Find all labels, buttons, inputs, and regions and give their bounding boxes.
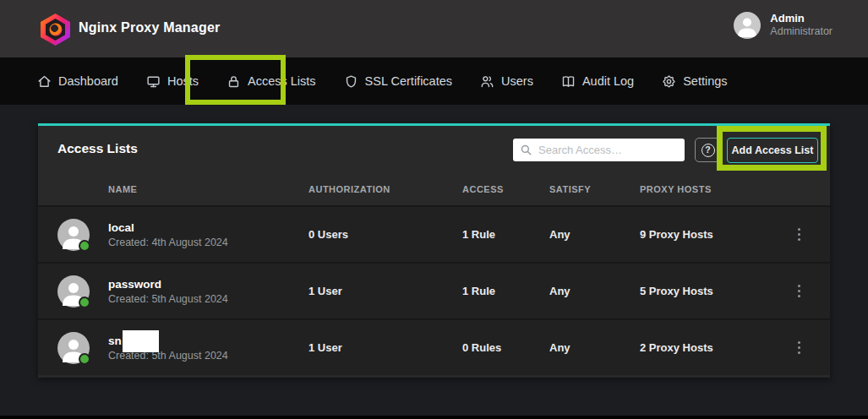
search-box[interactable] [513, 139, 685, 161]
search-icon [520, 144, 532, 156]
top-header-bar: Nginx Proxy Manager Admin Administrator [0, 0, 868, 57]
kebab-icon [798, 233, 800, 236]
row-actions-menu-button[interactable] [798, 340, 830, 356]
page-title: Access Lists [57, 141, 138, 156]
access-list-created-date: Created: 5th August 2024 [108, 293, 228, 305]
panel-header: Access Lists Add Access List [38, 126, 830, 172]
status-online-dot [79, 353, 90, 365]
table-row[interactable]: password Created: 5th August 2024 1 User… [38, 262, 830, 318]
redaction-box [123, 330, 159, 352]
column-header-name: NAME [38, 184, 308, 194]
kebab-icon [798, 346, 800, 349]
book-icon [561, 74, 576, 89]
gear-icon [662, 74, 676, 89]
cell-authorization: 1 User [308, 341, 462, 354]
cell-proxy-hosts: 5 Proxy Hosts [640, 285, 794, 297]
kebab-icon [798, 290, 800, 292]
search-input[interactable] [538, 144, 678, 156]
user-avatar [734, 12, 761, 39]
nav-item-hosts[interactable]: Hosts [146, 74, 199, 89]
table-row[interactable]: local Created: 4th August 2024 0 Users 1… [38, 205, 830, 262]
help-icon [701, 144, 715, 157]
column-header-satisfy: SATISFY [549, 184, 640, 194]
nav-item-settings[interactable]: Settings [662, 74, 727, 89]
access-lists-panel: Access Lists Add Access List NAME AUTHOR… [38, 123, 830, 378]
cell-satisfy: Any [549, 341, 640, 354]
status-online-dot [79, 240, 90, 252]
cell-access: 1 Rule [462, 228, 549, 241]
row-actions-menu-button[interactable] [798, 283, 830, 300]
status-online-dot [79, 297, 90, 308]
shield-icon [344, 74, 358, 89]
main-nav: Dashboard Hosts Access Lists SSL Certifi… [0, 57, 868, 105]
table-body: local Created: 4th August 2024 0 Users 1… [38, 205, 830, 375]
table-header-row: NAME AUTHORIZATION ACCESS SATISFY PROXY … [38, 172, 830, 205]
app-window: Nginx Proxy Manager Admin Administrator … [0, 0, 868, 419]
app-title: Nginx Proxy Manager [79, 20, 220, 35]
user-role: Administrator [770, 25, 833, 39]
nav-item-ssl-certificates[interactable]: SSL Certificates [344, 74, 452, 89]
access-list-avatar [57, 219, 90, 251]
access-list-name: password [108, 278, 228, 291]
access-list-name: local [108, 221, 228, 234]
row-actions-menu-button[interactable] [798, 226, 830, 243]
cell-access: 0 Rules [462, 341, 549, 354]
nav-item-audit-log[interactable]: Audit Log [561, 74, 634, 89]
cell-proxy-hosts: 9 Proxy Hosts [640, 228, 794, 241]
cell-authorization: 0 Users [308, 228, 462, 241]
user-menu[interactable]: Admin Administrator [734, 12, 833, 39]
cell-satisfy: Any [549, 228, 640, 241]
column-header-proxy-hosts: PROXY HOSTS [640, 184, 794, 194]
column-header-access: ACCESS [462, 184, 549, 194]
cell-authorization: 1 User [308, 285, 462, 297]
cell-access: 1 Rule [462, 285, 549, 297]
access-list-avatar [57, 332, 90, 364]
cell-proxy-hosts: 2 Proxy Hosts [640, 341, 794, 354]
monitor-icon [146, 74, 161, 89]
nav-item-access-lists[interactable]: Access Lists [227, 74, 316, 89]
window-bottom-edge [0, 416, 868, 419]
help-button[interactable] [695, 138, 721, 162]
nav-item-users[interactable]: Users [480, 74, 533, 89]
access-list-created-date: Created: 4th August 2024 [108, 237, 228, 248]
lock-icon [227, 74, 241, 89]
home-icon [37, 74, 52, 89]
access-list-avatar [57, 275, 90, 307]
column-header-authorization: AUTHORIZATION [308, 184, 462, 194]
user-name: Admin [770, 12, 833, 25]
cell-satisfy: Any [549, 285, 640, 297]
nav-item-dashboard[interactable]: Dashboard [37, 74, 118, 89]
nginx-proxy-manager-logo-icon [41, 14, 70, 46]
users-icon [480, 74, 494, 89]
table-row[interactable]: sn Created: 5th August 2024 1 User 0 Rul… [38, 318, 830, 375]
add-access-list-button[interactable]: Add Access List [727, 138, 818, 163]
